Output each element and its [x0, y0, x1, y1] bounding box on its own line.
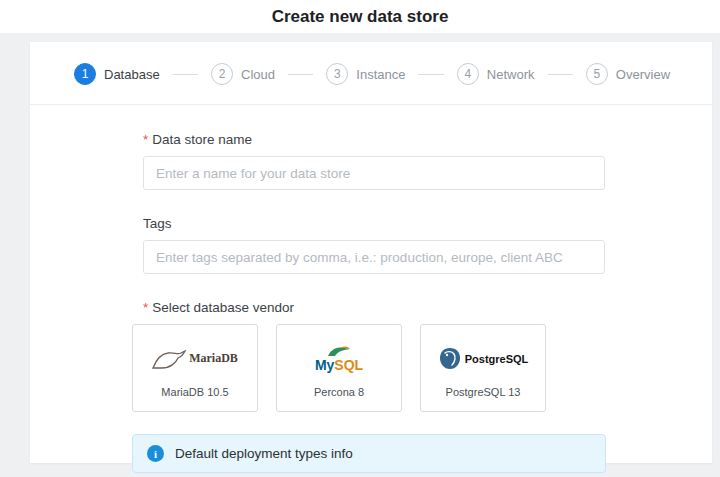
vendor-card-postgresql[interactable]: PostgreSQL PostgreSQL 13	[420, 324, 546, 412]
postgresql-logo-text: PostgreSQL	[465, 353, 529, 365]
vendor-label-text: Select database vendor	[152, 300, 294, 315]
page-title: Create new data store	[272, 7, 449, 27]
step-label: Overview	[616, 67, 670, 82]
data-store-name-input[interactable]	[143, 156, 605, 190]
mariadb-seal-icon	[152, 348, 186, 370]
required-asterisk: *	[143, 300, 148, 315]
step-database[interactable]: 1 Database	[74, 63, 160, 85]
mysql-logo: MySQL	[315, 339, 363, 379]
wizard-stepper: 1 Database 2 Cloud 3 Instance 4 Network …	[30, 42, 712, 105]
mariadb-logo-text: MariaDB	[189, 351, 238, 366]
step-number-badge: 3	[326, 63, 348, 85]
step-overview[interactable]: 5 Overview	[586, 63, 670, 85]
step-number-badge: 4	[457, 63, 479, 85]
step-connector	[288, 74, 313, 75]
mysql-logo-text: MySQL	[315, 357, 363, 373]
step-connector	[418, 74, 443, 75]
tags-label: Tags	[143, 216, 712, 231]
step-connector	[548, 74, 573, 75]
vendor-card-percona[interactable]: MySQL Percona 8	[276, 324, 402, 412]
page-header: Create new data store	[0, 0, 720, 33]
tags-input[interactable]	[143, 240, 605, 274]
vendor-label: *Select database vendor	[143, 300, 712, 315]
step-network[interactable]: 4 Network	[457, 63, 535, 85]
vendor-card-mariadb[interactable]: MariaDB MariaDB 10.5	[132, 324, 258, 412]
postgresql-logo: PostgreSQL	[438, 339, 529, 379]
mysql-dolphin-icon	[327, 345, 351, 357]
wizard-card: 1 Database 2 Cloud 3 Instance 4 Network …	[30, 42, 712, 463]
step-number-badge: 5	[586, 63, 608, 85]
vendor-name: MariaDB 10.5	[161, 386, 228, 398]
mariadb-logo: MariaDB	[152, 339, 238, 379]
step-cloud[interactable]: 2 Cloud	[211, 63, 275, 85]
database-form: *Data store name Tags *Select database v…	[30, 105, 712, 473]
mysql-logo-text-sql: SQL	[334, 357, 363, 373]
info-banner-text: Default deployment types info	[175, 446, 353, 461]
step-number-badge: 1	[74, 63, 96, 85]
step-label: Database	[104, 67, 160, 82]
tags-label-text: Tags	[143, 216, 172, 231]
postgresql-elephant-icon	[438, 347, 462, 371]
vendor-name: Percona 8	[314, 386, 364, 398]
step-label: Network	[487, 67, 535, 82]
data-store-name-label-text: Data store name	[152, 132, 252, 147]
data-store-name-label: *Data store name	[143, 132, 712, 147]
step-instance[interactable]: 3 Instance	[326, 63, 405, 85]
vendor-name: PostgreSQL 13	[446, 386, 521, 398]
step-label: Instance	[356, 67, 405, 82]
info-icon: i	[147, 445, 164, 462]
required-asterisk: *	[143, 132, 148, 147]
step-label: Cloud	[241, 67, 275, 82]
step-number-badge: 2	[211, 63, 233, 85]
deployment-types-info-banner[interactable]: i Default deployment types info	[132, 434, 606, 473]
mysql-logo-text-my: My	[315, 357, 334, 373]
vendor-options: MariaDB MariaDB 10.5 MySQL Percona 8	[132, 324, 712, 412]
step-connector	[173, 74, 198, 75]
